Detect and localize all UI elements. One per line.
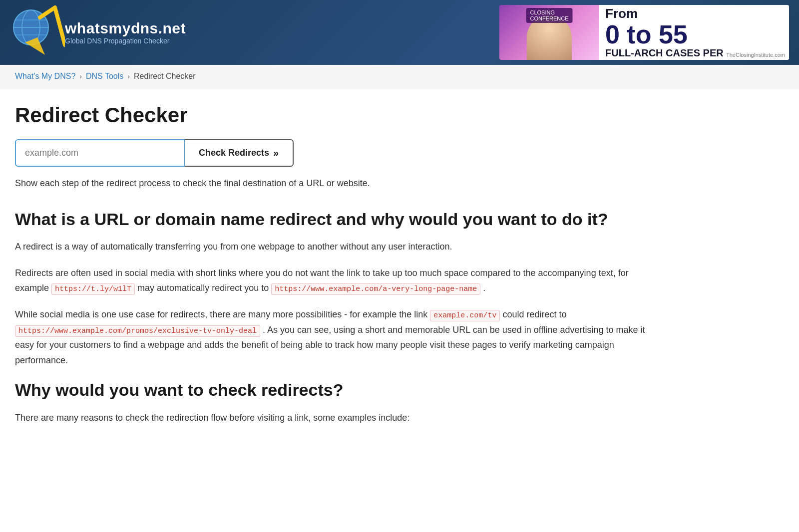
section-1-para-3: While social media is one use case for r…: [15, 307, 654, 368]
logo-icon: [10, 5, 65, 60]
code-link-1: https://t.ly/w1lT: [51, 283, 135, 295]
section-2-heading: Why would you want to check redirects?: [15, 379, 654, 401]
code-link-4: https://www.example.com/promos/exclusive…: [15, 325, 260, 337]
code-link-2: https://www.example.com/a-very-long-page…: [271, 283, 480, 295]
subtitle-text: Show each step of the redirect process t…: [15, 177, 654, 190]
ad-sponsor: TheClosingInstitute.com: [726, 52, 785, 58]
breadcrumb-whats-my-dns[interactable]: What's My DNS?: [15, 72, 75, 81]
ad-text-area: From 0 to 55 FULL-ARCH CASES PER TheClos…: [599, 5, 789, 60]
check-redirects-icon: »: [273, 147, 279, 159]
check-redirects-button[interactable]: Check Redirects »: [185, 139, 294, 167]
logo-area: whatsmydns.net Global DNS Propagation Ch…: [10, 5, 186, 60]
section-1-para-2: Redirects are often used in social media…: [15, 266, 654, 296]
code-link-3: example.com/tv: [430, 310, 500, 321]
section-1-para-1: A redirect is a way of automatically tra…: [15, 239, 654, 255]
input-row: Check Redirects »: [15, 139, 654, 167]
ad-banner[interactable]: CLOSINGCONFERENCE From 0 to 55 FULL-ARCH…: [499, 5, 789, 60]
section-2-para-1: There are many reasons to check the redi…: [15, 410, 654, 426]
logo-subtitle: Global DNS Propagation Checker: [65, 37, 186, 45]
section-1-heading: What is a URL or domain name redirect an…: [15, 208, 654, 230]
breadcrumb-sep-1: ›: [79, 72, 82, 80]
logo-title: whatsmydns.net: [65, 20, 186, 37]
breadcrumb-sep-2: ›: [127, 72, 130, 80]
main-content: Redirect Checker Check Redirects » Show …: [0, 88, 669, 461]
ad-from-text: From: [605, 6, 783, 21]
ad-numbers: 0 to 55: [605, 21, 783, 47]
breadcrumb-current: Redirect Checker: [134, 72, 196, 81]
breadcrumb: What's My DNS? › DNS Tools › Redirect Ch…: [15, 72, 784, 81]
breadcrumb-dns-tools[interactable]: DNS Tools: [86, 72, 123, 81]
page-title: Redirect Checker: [15, 103, 654, 127]
ad-image: CLOSINGCONFERENCE: [499, 5, 599, 60]
check-redirects-label: Check Redirects: [199, 148, 269, 158]
logo-text-block: whatsmydns.net Global DNS Propagation Ch…: [65, 20, 186, 45]
breadcrumb-bar: What's My DNS? › DNS Tools › Redirect Ch…: [0, 65, 799, 88]
site-header: whatsmydns.net Global DNS Propagation Ch…: [0, 0, 799, 65]
url-input[interactable]: [15, 139, 185, 167]
